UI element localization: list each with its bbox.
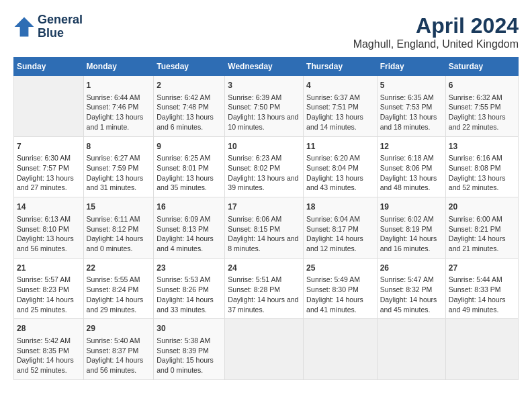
day-cell: 29Sunrise: 5:40 AMSunset: 8:37 PMDayligh… [83, 319, 154, 380]
header-cell-saturday: Saturday [445, 58, 518, 76]
day-cell: 2Sunrise: 6:42 AMSunset: 7:48 PMDaylight… [154, 76, 225, 137]
week-row-3: 14Sunrise: 6:13 AMSunset: 8:10 PMDayligh… [14, 197, 519, 259]
day-info: Sunrise: 6:11 AMSunset: 8:12 PMDaylight:… [87, 214, 151, 254]
day-info: Sunrise: 6:25 AMSunset: 8:01 PMDaylight:… [157, 153, 222, 193]
logo: General Blue [13, 13, 83, 40]
day-info: Sunrise: 6:44 AMSunset: 7:46 PMDaylight:… [87, 93, 151, 132]
title-section: April 2024 Maghull, England, United King… [353, 13, 519, 50]
day-number: 5 [380, 80, 443, 91]
day-cell [445, 319, 518, 380]
svg-marker-0 [15, 17, 34, 36]
day-cell: 11Sunrise: 6:20 AMSunset: 8:04 PMDayligh… [304, 136, 378, 197]
day-cell: 6Sunrise: 6:32 AMSunset: 7:55 PMDaylight… [445, 76, 518, 137]
day-number: 3 [228, 80, 300, 91]
day-cell: 9Sunrise: 6:25 AMSunset: 8:01 PMDaylight… [154, 136, 225, 197]
day-number: 20 [449, 201, 515, 213]
day-number: 19 [380, 201, 443, 213]
day-info: Sunrise: 5:47 AMSunset: 8:32 PMDaylight:… [380, 275, 443, 314]
day-number: 10 [228, 141, 300, 152]
day-cell [225, 319, 304, 380]
day-cell: 8Sunrise: 6:27 AMSunset: 7:59 PMDaylight… [83, 136, 154, 197]
day-number: 27 [449, 263, 515, 274]
day-cell: 27Sunrise: 5:44 AMSunset: 8:33 PMDayligh… [445, 258, 518, 319]
day-cell [377, 319, 445, 380]
day-info: Sunrise: 6:02 AMSunset: 8:19 PMDaylight:… [380, 214, 443, 254]
day-cell: 21Sunrise: 5:57 AMSunset: 8:23 PMDayligh… [14, 258, 84, 319]
day-cell: 4Sunrise: 6:37 AMSunset: 7:51 PMDaylight… [304, 76, 378, 137]
day-info: Sunrise: 6:13 AMSunset: 8:10 PMDaylight:… [17, 214, 81, 254]
day-number: 24 [228, 263, 300, 274]
day-number: 17 [228, 201, 300, 213]
day-info: Sunrise: 5:40 AMSunset: 8:37 PMDaylight:… [87, 336, 151, 375]
day-number: 21 [17, 263, 81, 274]
day-info: Sunrise: 6:20 AMSunset: 8:04 PMDaylight:… [306, 153, 374, 193]
day-info: Sunrise: 6:04 AMSunset: 8:17 PMDaylight:… [306, 214, 374, 254]
day-cell: 15Sunrise: 6:11 AMSunset: 8:12 PMDayligh… [83, 197, 154, 259]
day-number: 29 [87, 323, 151, 334]
day-cell: 14Sunrise: 6:13 AMSunset: 8:10 PMDayligh… [14, 197, 84, 259]
day-number: 22 [87, 263, 151, 274]
day-number: 11 [306, 141, 374, 152]
day-cell: 16Sunrise: 6:09 AMSunset: 8:13 PMDayligh… [154, 197, 225, 259]
day-cell: 28Sunrise: 5:42 AMSunset: 8:35 PMDayligh… [14, 319, 84, 380]
day-cell: 30Sunrise: 5:38 AMSunset: 8:39 PMDayligh… [154, 319, 225, 380]
day-number: 2 [157, 80, 222, 91]
day-number: 15 [87, 201, 151, 213]
day-info: Sunrise: 5:57 AMSunset: 8:23 PMDaylight:… [17, 275, 81, 314]
logo-text: General Blue [38, 13, 83, 40]
day-cell: 23Sunrise: 5:53 AMSunset: 8:26 PMDayligh… [154, 258, 225, 319]
day-info: Sunrise: 6:27 AMSunset: 7:59 PMDaylight:… [87, 153, 151, 193]
day-cell: 7Sunrise: 6:30 AMSunset: 7:57 PMDaylight… [14, 136, 84, 197]
day-info: Sunrise: 6:23 AMSunset: 8:02 PMDaylight:… [228, 153, 300, 193]
day-info: Sunrise: 5:38 AMSunset: 8:39 PMDaylight:… [157, 336, 222, 375]
day-cell: 24Sunrise: 5:51 AMSunset: 8:28 PMDayligh… [225, 258, 304, 319]
day-number: 23 [157, 263, 222, 274]
day-info: Sunrise: 6:30 AMSunset: 7:57 PMDaylight:… [17, 153, 81, 193]
week-row-5: 28Sunrise: 5:42 AMSunset: 8:35 PMDayligh… [14, 319, 519, 380]
day-info: Sunrise: 5:42 AMSunset: 8:35 PMDaylight:… [17, 336, 81, 375]
day-cell: 5Sunrise: 6:35 AMSunset: 7:53 PMDaylight… [377, 76, 445, 137]
main-title: April 2024 [353, 13, 519, 38]
day-number: 9 [157, 141, 222, 152]
day-info: Sunrise: 5:51 AMSunset: 8:28 PMDaylight:… [228, 275, 300, 314]
day-cell: 3Sunrise: 6:39 AMSunset: 7:50 PMDaylight… [225, 76, 304, 137]
day-number: 14 [17, 201, 81, 213]
day-number: 26 [380, 263, 443, 274]
calendar-table: SundayMondayTuesdayWednesdayThursdayFrid… [13, 57, 519, 380]
day-info: Sunrise: 6:37 AMSunset: 7:51 PMDaylight:… [306, 93, 374, 132]
day-number: 25 [306, 263, 374, 274]
day-number: 1 [87, 80, 151, 91]
day-cell: 1Sunrise: 6:44 AMSunset: 7:46 PMDaylight… [83, 76, 154, 137]
day-number: 18 [306, 201, 374, 213]
logo-icon [13, 16, 35, 38]
day-info: Sunrise: 6:06 AMSunset: 8:15 PMDaylight:… [228, 214, 300, 254]
day-cell [304, 319, 378, 380]
day-number: 7 [17, 141, 81, 152]
day-info: Sunrise: 5:44 AMSunset: 8:33 PMDaylight:… [449, 275, 515, 314]
subtitle: Maghull, England, United Kingdom [353, 38, 519, 50]
day-cell: 18Sunrise: 6:04 AMSunset: 8:17 PMDayligh… [304, 197, 378, 259]
day-cell: 25Sunrise: 5:49 AMSunset: 8:30 PMDayligh… [304, 258, 378, 319]
day-cell [14, 76, 84, 137]
header-cell-thursday: Thursday [304, 58, 378, 76]
day-info: Sunrise: 6:18 AMSunset: 8:06 PMDaylight:… [380, 153, 443, 193]
header-cell-tuesday: Tuesday [154, 58, 225, 76]
day-number: 8 [87, 141, 151, 152]
week-row-2: 7Sunrise: 6:30 AMSunset: 7:57 PMDaylight… [14, 136, 519, 197]
day-cell: 22Sunrise: 5:55 AMSunset: 8:24 PMDayligh… [83, 258, 154, 319]
day-info: Sunrise: 6:00 AMSunset: 8:21 PMDaylight:… [449, 214, 515, 254]
day-cell: 26Sunrise: 5:47 AMSunset: 8:32 PMDayligh… [377, 258, 445, 319]
page-header: General Blue April 2024 Maghull, England… [13, 13, 519, 50]
day-number: 13 [449, 141, 515, 152]
day-cell: 20Sunrise: 6:00 AMSunset: 8:21 PMDayligh… [445, 197, 518, 259]
day-info: Sunrise: 5:55 AMSunset: 8:24 PMDaylight:… [87, 275, 151, 314]
day-number: 16 [157, 201, 222, 213]
day-number: 4 [306, 80, 374, 91]
day-number: 12 [380, 141, 443, 152]
week-row-1: 1Sunrise: 6:44 AMSunset: 7:46 PMDaylight… [14, 76, 519, 137]
day-info: Sunrise: 6:09 AMSunset: 8:13 PMDaylight:… [157, 214, 222, 254]
day-cell: 12Sunrise: 6:18 AMSunset: 8:06 PMDayligh… [377, 136, 445, 197]
header-cell-monday: Monday [83, 58, 154, 76]
header-row: SundayMondayTuesdayWednesdayThursdayFrid… [14, 58, 519, 76]
day-info: Sunrise: 5:49 AMSunset: 8:30 PMDaylight:… [306, 275, 374, 314]
